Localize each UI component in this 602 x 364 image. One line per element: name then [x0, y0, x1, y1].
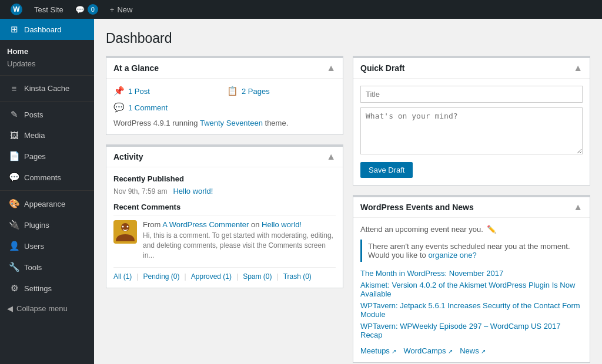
sidebar-item-pages[interactable]: 📄 Pages	[0, 146, 94, 167]
sidebar-item-label: Tools	[24, 263, 42, 272]
events-news-header: WordPress Events and News ▲	[353, 197, 590, 218]
pencil-icon: ✏️	[487, 225, 496, 234]
avatar	[113, 220, 137, 244]
quick-draft-header: Quick Draft ▲	[353, 58, 590, 79]
comments-item[interactable]: 💬 0	[71, 0, 103, 19]
dashboard-right-col: Quick Draft ▲ Save Draft WordPress Event…	[353, 56, 590, 363]
events-news-toggle[interactable]: ▲	[573, 202, 583, 213]
news-ext-icon: ↗	[481, 348, 486, 355]
news-link-3[interactable]: WPTavern: WPWeekly Episode 297 – WordCam…	[360, 322, 583, 339]
sidebar-item-plugins[interactable]: 🔌 Plugins	[0, 214, 94, 235]
pub-entry: Nov 9th, 7:59 am Hello world!	[113, 187, 336, 196]
new-label: New	[117, 5, 132, 14]
comment-author-link[interactable]: A WordPress Commenter	[162, 220, 249, 229]
news-link-footer[interactable]: News ↗	[460, 346, 486, 355]
comment-trash-link[interactable]: Trash (0)	[283, 272, 316, 281]
wp-logo-item[interactable]: W	[6, 0, 27, 19]
glance-stats: 📌 1 Post 📋 2 Pages	[113, 86, 336, 96]
sidebar-item-updates[interactable]: Updates	[7, 58, 87, 72]
comment-post-link[interactable]: Hello world!	[262, 220, 302, 229]
events-news-body: Attend an upcoming event near you. ✏️ Th…	[353, 218, 590, 362]
sidebar-item-comments[interactable]: 💬 Comments	[0, 167, 94, 188]
post-count: 1 Post	[128, 87, 150, 96]
sidebar-item-label: Media	[24, 131, 45, 140]
sidebar-item-appearance[interactable]: 🎨 Appearance	[0, 193, 94, 214]
main-content: Dashboard At a Glance ▲ 📌	[94, 19, 602, 364]
admin-bar: W Test Site 💬 0 + New	[0, 0, 602, 19]
collapse-label: Collapse menu	[16, 304, 68, 313]
collapse-icon: ◀	[7, 304, 13, 313]
at-a-glance-title: At a Glance	[113, 63, 159, 73]
sidebar-item-home[interactable]: Home	[7, 45, 87, 58]
kinsta-cache-icon: ≡	[9, 83, 19, 93]
dashboard-left-col: At a Glance ▲ 📌 1 Post 📋	[106, 56, 343, 363]
comments-icon: 💬	[9, 172, 19, 183]
dashboard-icon: ⊞	[9, 24, 19, 35]
save-draft-button[interactable]: Save Draft	[360, 162, 413, 178]
comment-count-badge: 0	[88, 4, 98, 15]
pub-link[interactable]: Hello world!	[173, 187, 213, 196]
new-item[interactable]: + New	[105, 0, 138, 19]
sidebar-home-section: Home Updates	[0, 40, 94, 73]
menu-divider-2	[0, 101, 94, 102]
news-link-2[interactable]: WPTavern: Jetpack 5.6.1 Increases Securi…	[360, 301, 583, 319]
page-stat[interactable]: 📋 2 Pages	[227, 86, 336, 96]
at-a-glance-widget: At a Glance ▲ 📌 1 Post 📋	[106, 56, 343, 135]
theme-link[interactable]: Twenty Seventeen	[200, 119, 263, 127]
sidebar-item-users[interactable]: 👤 Users	[0, 235, 94, 257]
users-icon: 👤	[9, 241, 19, 251]
comment-count: 1 Comment	[128, 103, 168, 112]
organize-link[interactable]: organize one?	[428, 251, 476, 259]
comment-pending-link[interactable]: Pending (0)	[143, 272, 184, 281]
post-stat[interactable]: 📌 1 Post	[113, 86, 222, 96]
activity-widget: Activity ▲ Recently Published Nov 9th, 7…	[106, 144, 343, 288]
activity-body: Recently Published Nov 9th, 7:59 am Hell…	[106, 167, 343, 288]
sidebar-item-label: Plugins	[24, 221, 49, 230]
comment-on-text: on	[249, 220, 262, 229]
menu-divider-3	[0, 190, 94, 191]
sidebar-item-settings[interactable]: ⚙ Settings	[0, 278, 94, 299]
comment-from-prefix: From	[143, 220, 162, 229]
events-news-widget: WordPress Events and News ▲ Attend an up…	[353, 195, 590, 363]
sidebar-item-label: Settings	[24, 284, 52, 293]
sidebar-item-dashboard[interactable]: ⊞ Dashboard	[0, 19, 94, 40]
comment-stat[interactable]: 💬 1 Comment	[113, 102, 336, 113]
events-footer: Meetups ↗ WordCamps ↗ News ↗	[360, 346, 583, 355]
meetups-link[interactable]: Meetups ↗	[360, 346, 396, 355]
wordcamps-ext-icon: ↗	[448, 348, 453, 355]
collapse-menu-button[interactable]: ◀ Collapse menu	[0, 299, 94, 318]
activity-toggle[interactable]: ▲	[326, 151, 336, 162]
wordcamps-link[interactable]: WordCamps ↗	[403, 346, 453, 355]
activity-title: Activity	[113, 152, 143, 161]
quick-draft-toggle[interactable]: ▲	[573, 63, 583, 73]
recent-comments-section: Recent Comments	[113, 203, 336, 281]
settings-icon: ⚙	[9, 283, 19, 294]
wp-info-text: WordPress 4.9.1 running	[113, 119, 200, 127]
sidebar-item-media[interactable]: 🖼 Media	[0, 125, 94, 146]
sidebar-item-kinsta-cache[interactable]: ≡ Kinsta Cache	[0, 78, 94, 99]
comment-text: From A WordPress Commenter on Hello worl…	[143, 220, 336, 260]
sidebar-item-label: Kinsta Cache	[24, 84, 69, 93]
sidebar-item-tools[interactable]: 🔧 Tools	[0, 257, 94, 278]
quick-draft-body-input[interactable]	[360, 107, 583, 154]
sidebar-item-label: Dashboard	[24, 25, 62, 34]
comment-spam-link[interactable]: Spam (0)	[243, 272, 276, 281]
news-link-0[interactable]: The Month in WordPress: November 2017	[360, 269, 583, 278]
at-a-glance-header: At a Glance ▲	[106, 58, 343, 79]
comment-actions: All (1) | Pending (0) | Approved (1) | S…	[113, 267, 336, 281]
svg-point-2	[122, 226, 124, 228]
pub-date: Nov 9th, 7:59 am	[113, 187, 167, 196]
sidebar-item-label: Pages	[24, 152, 46, 161]
posts-icon: ✎	[9, 109, 19, 120]
quick-draft-widget: Quick Draft ▲ Save Draft	[353, 56, 590, 186]
news-link-1[interactable]: Akismet: Version 4.0.2 of the Akismet Wo…	[360, 281, 583, 298]
comment-all-link[interactable]: All (1)	[113, 272, 136, 281]
wp-info: WordPress 4.9.1 running Twenty Seventeen…	[113, 119, 336, 127]
site-name-item[interactable]: Test Site	[29, 0, 68, 19]
tools-icon: 🔧	[9, 262, 19, 272]
comment-approved-link[interactable]: Approved (1)	[191, 272, 236, 281]
comment-bubble-icon: 💬	[75, 5, 85, 14]
quick-draft-title-input[interactable]	[360, 86, 583, 103]
at-a-glance-toggle[interactable]: ▲	[326, 63, 336, 73]
sidebar-item-posts[interactable]: ✎ Posts	[0, 104, 94, 125]
